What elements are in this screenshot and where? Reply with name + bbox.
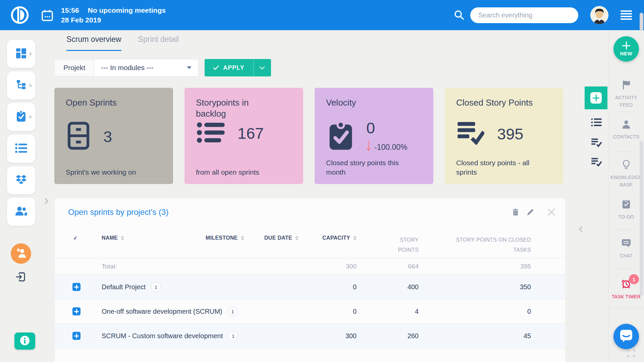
arrow-down-icon (366, 140, 371, 154)
close-icon[interactable] (547, 208, 556, 217)
messenger-chat-icon (619, 329, 634, 344)
left-sidebar (0, 30, 43, 362)
info-button[interactable] (14, 333, 35, 350)
sidebar-item-dropbox[interactable] (7, 166, 35, 194)
apply-dropdown-button[interactable] (254, 59, 271, 76)
select-all-check[interactable]: ✓ (68, 235, 102, 241)
tab-scrum-overview[interactable]: Scrum overview (66, 35, 121, 51)
list-check-icon (457, 121, 484, 146)
sidebar-item-contacts[interactable]: CONTACTS (608, 120, 644, 141)
card-caption: Closed story points - all sprints (456, 158, 550, 177)
logout-icon[interactable] (15, 272, 26, 282)
trash-icon[interactable] (512, 208, 520, 216)
sidebar-item-knowledge-base[interactable]: KNOWLEDGE BASE (608, 160, 644, 188)
invite-user-button[interactable] (11, 243, 31, 264)
calendar-icon[interactable] (41, 9, 54, 21)
quick-add-button[interactable] (585, 86, 607, 109)
closed-points-value: 350 (419, 283, 531, 291)
column-header-story-points[interactable]: STORY POINTS (357, 235, 419, 255)
card-storypoints-backlog: Storypoints in backlog 167 from all open… (184, 88, 303, 184)
dashboard-grid-icon (15, 48, 27, 60)
column-header-due-date[interactable]: DUE DATE (264, 235, 320, 241)
submenu-arrow-icon (30, 52, 32, 56)
total-label: Total: (102, 263, 206, 270)
search-input[interactable] (470, 7, 578, 23)
table-row: One-off software development (SCRUM) 1 0… (55, 299, 565, 324)
sort-icon (295, 236, 299, 240)
column-header-capacity[interactable]: CAPACITY (320, 235, 357, 241)
panel-title: Open sprints by project's (3) (68, 207, 168, 217)
card-caption: Sprint's we working on (66, 168, 160, 177)
submenu-arrow-icon (30, 115, 32, 119)
column-header-story-points-closed[interactable]: STORY POINTS ON CLOSED TASKS (419, 235, 531, 255)
tab-sprint-detail[interactable]: Sprint detail (138, 35, 179, 51)
column-header-milestone[interactable]: MILESTONE (206, 235, 264, 241)
total-row: Total: 300 664 395 (55, 258, 565, 275)
apply-split-button: APPLY (205, 59, 271, 76)
main-content: Scrum overview Sprint detail Projekt ---… (43, 30, 584, 362)
total-capacity: 300 (320, 263, 357, 270)
expand-plus-icon[interactable] (72, 307, 80, 315)
messenger-button[interactable] (613, 324, 639, 349)
card-velocity: Velocity 0 (315, 88, 433, 184)
edit-pencil-icon[interactable] (526, 208, 534, 216)
sidebar-item-activity-feed[interactable]: ACTIVITY FEED (608, 80, 644, 109)
collapse-chevron-icon[interactable] (578, 226, 584, 233)
total-closed: 395 (419, 263, 531, 270)
sidebar-item-projects-tree[interactable] (7, 71, 35, 100)
card-title: Velocity (326, 97, 424, 108)
story-points-value: 260 (357, 332, 419, 340)
fullscreen-icon[interactable] (627, 349, 635, 357)
project-select-value: --- In modules --- (101, 64, 153, 72)
archive-drawer-icon (66, 121, 91, 152)
tree-icon (16, 79, 26, 92)
lightbulb-icon (622, 160, 631, 171)
sidebar-item-users[interactable] (7, 198, 35, 226)
project-select[interactable]: --- In modules --- (94, 59, 199, 76)
chat-bubble-icon (621, 239, 631, 249)
expand-plus-icon[interactable] (72, 332, 80, 340)
users-icon (15, 206, 27, 217)
story-points-value: 4 (357, 308, 419, 315)
card-value: 167 (237, 124, 264, 142)
quick-list-icon[interactable] (591, 118, 602, 128)
card-open-sprints: Open Sprints 3 Sprint's we working on (54, 88, 173, 184)
closed-points-value: 0 (419, 308, 531, 315)
clipboard-check-icon (327, 120, 355, 153)
column-header-name[interactable]: NAME (102, 235, 206, 241)
user-avatar[interactable] (590, 6, 608, 24)
quick-list-check-icon[interactable] (591, 138, 602, 148)
new-button[interactable]: NEW (613, 36, 639, 62)
quick-list-check-icon[interactable] (591, 158, 602, 168)
sidebar-item-list[interactable] (7, 135, 35, 163)
clipboard-check-icon (16, 110, 26, 124)
sidebar-item-todo[interactable]: TO-DO (608, 199, 644, 221)
sidebar-item-task-timer[interactable]: 1 TASK TIMER (608, 278, 644, 301)
bullet-list-icon (197, 121, 225, 145)
scrollbar-thumb[interactable] (640, 141, 643, 296)
card-value: 0 (366, 119, 407, 137)
delta-value: -100.00% (374, 143, 407, 152)
topbar-agenda: 15:56 No upcoming meetings 28 Feb 2019 (61, 6, 166, 24)
sidebar-item-chat[interactable]: CHAT (608, 239, 644, 260)
card-title: Storypoints in backlog (196, 97, 273, 119)
sidebar-item-tasks[interactable] (7, 103, 35, 131)
project-name: Default Project (102, 283, 146, 291)
app-logo-icon[interactable] (9, 5, 30, 25)
card-title: Closed Story Points (456, 97, 554, 108)
apply-button[interactable]: APPLY (205, 59, 253, 76)
quick-rail (584, 30, 608, 362)
apply-button-label: APPLY (223, 64, 244, 71)
sort-icon (241, 236, 244, 240)
sidebar-item-dashboard[interactable] (7, 40, 35, 68)
hamburger-menu-icon[interactable] (621, 10, 632, 20)
expand-plus-icon[interactable] (72, 283, 80, 291)
search-icon[interactable] (453, 9, 465, 21)
timer-badge: 1 (629, 274, 639, 284)
capacity-value: 300 (320, 332, 357, 340)
current-date: 28 Feb 2019 (61, 16, 166, 24)
tab-bar: Scrum overview Sprint detail (66, 35, 179, 51)
scrollbar-thumb[interactable] (640, 13, 643, 31)
meetings-status: No upcoming meetings (88, 6, 166, 14)
bullet-list-icon (15, 143, 27, 155)
